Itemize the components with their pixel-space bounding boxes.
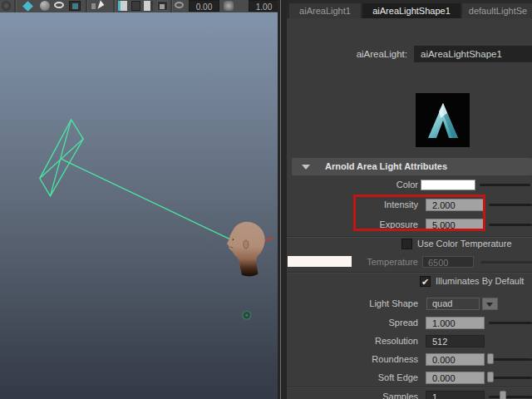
panel-splitter[interactable]	[278, 0, 287, 399]
3d-viewport[interactable]	[0, 12, 278, 399]
arnold-logo	[416, 93, 470, 147]
light-shape-dropdown-button[interactable]	[482, 298, 498, 310]
ear	[244, 240, 249, 249]
file-icon[interactable]	[144, 1, 153, 11]
samples-slider-handle[interactable]	[500, 391, 506, 399]
viewport-scene	[0, 12, 278, 399]
roundness-slider-handle[interactable]	[487, 353, 494, 364]
divider	[287, 236, 532, 238]
roundness-field[interactable]: 0.000	[426, 353, 485, 366]
soft-edge-field[interactable]: 0.000	[426, 372, 485, 384]
cursor-icon[interactable]	[97, 0, 105, 10]
magnet-icon[interactable]	[224, 1, 234, 11]
roundness-label: Roundness	[287, 353, 418, 366]
attribute-editor-tabbar: aiAreaLight1 aiAreaLightShape1 defaultLi…	[287, 0, 532, 18]
resolution-label: Resolution	[287, 335, 418, 347]
use-color-temperature-label: Use Color Temperature	[417, 239, 512, 249]
lasso-icon[interactable]	[175, 2, 184, 8]
history-icon[interactable]	[2, 1, 11, 11]
maya-window: { "toolbar": { "field_1": "0.00", "field…	[0, 0, 532, 399]
section-arnold-area-light-attributes[interactable]: Arnold Area Light Attributes	[292, 158, 532, 175]
rotate-icon[interactable]	[54, 2, 64, 8]
node-name-field[interactable]: aiAreaLightShape1	[414, 46, 532, 62]
toolbar-field-2[interactable]: 1.00	[249, 0, 279, 12]
attribute-editor-panel: aiAreaLight1 aiAreaLightShape1 defaultLi…	[287, 0, 532, 399]
selection-ring[interactable]	[243, 311, 251, 319]
soft-edge-slider-handle[interactable]	[487, 372, 494, 382]
exposure-label: Exposure	[287, 219, 418, 231]
illuminates-by-default-label: Illuminates By Default	[436, 276, 524, 287]
soft-edge-label: Soft Edge	[287, 372, 418, 384]
roundness-slider[interactable]	[489, 358, 532, 361]
samples-slider[interactable]	[489, 396, 532, 398]
section-title: Arnold Area Light Attributes	[325, 158, 447, 175]
spread-label: Spread	[287, 317, 418, 329]
illuminates-by-default-checkbox[interactable]: ✔	[420, 276, 431, 287]
light-shape-dropdown[interactable]: quad	[426, 298, 480, 310]
status-line-toolbar: 0.00 1.00	[0, 0, 279, 12]
light-shape-label: Light Shape	[287, 298, 418, 310]
tab-aiarealight1[interactable]: aiAreaLight1	[289, 3, 361, 18]
use-color-temperature-checkbox[interactable]	[401, 239, 412, 249]
divider	[287, 387, 532, 388]
color-swatch[interactable]	[421, 180, 475, 190]
samples-label: Samples	[287, 391, 418, 399]
file-icon[interactable]	[131, 1, 140, 11]
exposure-slider[interactable]	[489, 224, 532, 226]
file-icon[interactable]	[118, 1, 127, 11]
toolbar-separator[interactable]	[14, 0, 17, 12]
eye	[232, 239, 234, 240]
color-slider[interactable]	[480, 184, 530, 186]
collapse-arrow-icon[interactable]	[302, 165, 310, 170]
node-name-label: aiAreaLight:	[287, 49, 407, 59]
exposure-field[interactable]: 5.000	[426, 219, 485, 231]
snap-grid-icon[interactable]	[22, 1, 33, 12]
snap-curve-icon[interactable]	[40, 1, 50, 11]
spread-slider[interactable]	[489, 322, 532, 324]
tab-aiarealightshape1[interactable]: aiAreaLightShape1	[362, 3, 461, 18]
divider	[287, 272, 532, 273]
intensity-slider[interactable]	[489, 204, 532, 206]
intensity-field[interactable]: 2.000	[426, 199, 485, 211]
layout-icon[interactable]	[157, 1, 168, 11]
soft-edge-slider[interactable]	[489, 377, 532, 379]
spread-field[interactable]: 1.000	[426, 317, 485, 329]
intensity-label: Intensity	[287, 199, 418, 211]
render-region-icon[interactable]	[69, 1, 81, 11]
temperature-label: Temperature	[287, 256, 418, 268]
small-icon[interactable]	[91, 3, 96, 9]
toolbar-separator[interactable]	[86, 0, 88, 12]
splitter-handle[interactable]	[280, 0, 281, 399]
resolution-field[interactable]: 512	[426, 335, 485, 347]
color-label: Color	[287, 179, 418, 191]
chevron-down-icon	[486, 303, 493, 307]
tab-defaultlightset[interactable]: defaultLightSe	[462, 3, 532, 18]
toolbar-separator[interactable]	[113, 0, 116, 12]
area-light-wireframe[interactable]	[40, 120, 231, 239]
toolbar-separator[interactable]	[170, 0, 173, 12]
samples-field[interactable]: 1	[426, 391, 485, 399]
temperature-slider	[480, 261, 532, 264]
temperature-field: 6500	[422, 256, 474, 268]
toolbar-field-1[interactable]: 0.00	[189, 0, 219, 12]
head-model[interactable]	[227, 222, 265, 277]
